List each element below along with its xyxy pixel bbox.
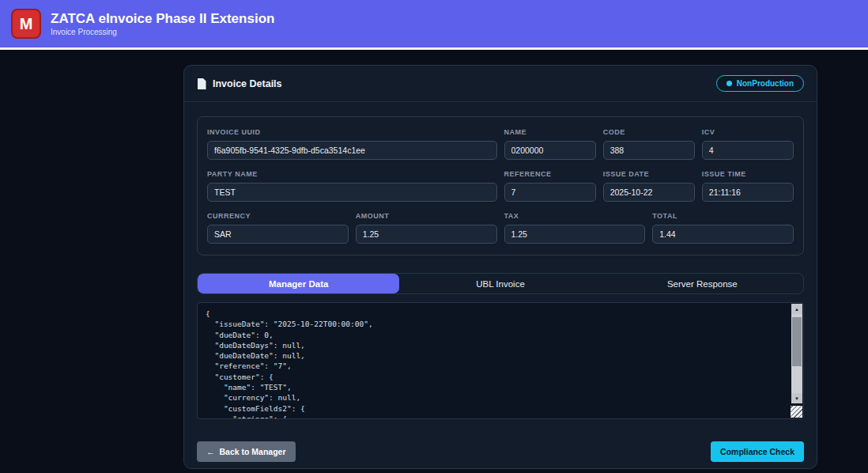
editor-scrollbar[interactable]: ▲ ▼ (791, 304, 802, 403)
field-name: NAME (504, 128, 596, 160)
issue-time-input[interactable] (702, 183, 794, 202)
field-issue-date: ISSUE DATE (603, 170, 695, 202)
compliance-check-button[interactable]: Compliance Check (711, 441, 804, 462)
environment-badge-label: NonProduction (737, 79, 794, 88)
card-title: Invoice Details (213, 78, 282, 89)
currency-label: CURRENCY (207, 212, 349, 220)
logo-letter: M (20, 15, 33, 33)
total-input[interactable] (652, 225, 794, 244)
issue-date-input[interactable] (603, 183, 695, 202)
scrollbar-track[interactable] (791, 314, 802, 393)
issue-time-label: ISSUE TIME (702, 170, 794, 178)
card-title-wrap: Invoice Details (197, 78, 282, 89)
scrollbar-thumb[interactable] (792, 317, 802, 366)
tab-bar: Manager Data UBL Invoice Server Response (197, 273, 804, 294)
tax-label: TAX (504, 212, 646, 220)
resize-grip-icon[interactable] (791, 406, 802, 418)
field-party-name: PARTY NAME (207, 170, 497, 202)
header-text: ZATCA eInvoice Phase II Extension Invoic… (51, 11, 274, 37)
field-icv: ICV (702, 128, 794, 160)
back-to-manager-button[interactable]: ← Back to Manager (197, 441, 296, 462)
field-total: TOTAL (652, 212, 794, 244)
field-reference: REFERENCE (504, 170, 596, 202)
invoice-fields-box: INVOICE UUID NAME CODE ICV PARTY NAME RE… (197, 116, 804, 255)
back-to-manager-label: Back to Manager (220, 447, 286, 456)
app-header: M ZATCA eInvoice Phase II Extension Invo… (0, 0, 868, 47)
invoice-uuid-input[interactable] (207, 141, 497, 160)
app-logo: M (11, 9, 41, 39)
environment-badge: NonProduction (716, 75, 804, 92)
name-label: NAME (504, 128, 596, 136)
app-title: ZATCA eInvoice Phase II Extension (51, 11, 274, 27)
field-invoice-uuid: INVOICE UUID (207, 128, 497, 160)
manager-data-editor-wrap: { "issueDate": "2025-10-22T00:00:00", "d… (197, 302, 804, 419)
card-header: Invoice Details NonProduction (184, 66, 817, 102)
party-name-input[interactable] (207, 183, 497, 202)
amount-label: AMOUNT (356, 212, 497, 220)
party-name-label: PARTY NAME (207, 170, 497, 178)
field-tax: TAX (504, 212, 646, 244)
field-issue-time: ISSUE TIME (702, 170, 794, 202)
icv-label: ICV (702, 128, 794, 136)
total-label: TOTAL (652, 212, 794, 220)
tab-ubl-invoice[interactable]: UBL Invoice (399, 274, 601, 293)
reference-input[interactable] (504, 183, 596, 202)
tab-manager-data[interactable]: Manager Data (198, 274, 399, 293)
name-input[interactable] (504, 141, 596, 160)
manager-data-editor[interactable]: { "issueDate": "2025-10-22T00:00:00", "d… (198, 303, 803, 418)
scroll-down-icon[interactable]: ▼ (791, 393, 802, 403)
issue-date-label: ISSUE DATE (603, 170, 695, 178)
field-amount: AMOUNT (356, 212, 497, 244)
invoice-uuid-label: INVOICE UUID (207, 128, 497, 136)
header-divider (0, 47, 868, 50)
scroll-up-icon[interactable]: ▲ (791, 304, 802, 314)
status-dot-icon (726, 81, 732, 86)
compliance-check-label: Compliance Check (720, 447, 794, 456)
back-arrow-icon: ← (206, 447, 215, 456)
reference-label: REFERENCE (504, 170, 596, 178)
field-code: CODE (603, 128, 695, 160)
icv-input[interactable] (702, 141, 794, 160)
code-input[interactable] (603, 141, 695, 160)
invoice-details-card: Invoice Details NonProduction INVOICE UU… (183, 65, 817, 469)
tax-input[interactable] (504, 225, 646, 244)
document-icon (197, 78, 206, 89)
tab-server-response[interactable]: Server Response (602, 274, 803, 293)
field-currency: CURRENCY (207, 212, 349, 244)
code-label: CODE (603, 128, 695, 136)
currency-input[interactable] (207, 225, 349, 244)
amount-input[interactable] (356, 225, 497, 244)
card-actions: ← Back to Manager Compliance Check (197, 441, 804, 462)
app-subtitle: Invoice Processing (51, 28, 274, 36)
